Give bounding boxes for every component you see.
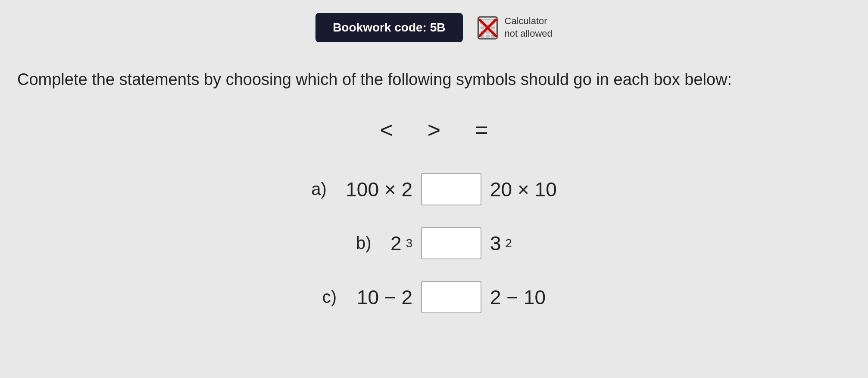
question-c-right: 2 − 10 bbox=[490, 286, 546, 309]
symbols-row: < > = bbox=[17, 117, 851, 143]
question-a-answer-box[interactable] bbox=[421, 173, 481, 205]
question-b-right: 32 bbox=[490, 232, 512, 255]
top-bar: Bookwork code: 5B bbox=[17, 13, 851, 42]
symbol-less-than[interactable]: < bbox=[380, 117, 393, 143]
question-b-answer-box[interactable] bbox=[421, 227, 481, 259]
question-c-row: c) 10 − 2 2 − 10 bbox=[322, 281, 546, 313]
calculator-not-allowed-text: Calculator not allowed bbox=[505, 15, 553, 40]
symbol-equals[interactable]: = bbox=[475, 117, 488, 143]
question-a-label: a) bbox=[311, 180, 337, 199]
question-a-row: a) 100 × 2 20 × 10 bbox=[311, 173, 557, 205]
calculator-status: Calculator not allowed bbox=[476, 15, 553, 40]
main-container: Bookwork code: 5B bbox=[0, 0, 868, 378]
question-b-label: b) bbox=[356, 233, 382, 253]
calculator-icon bbox=[476, 16, 500, 40]
question-a-right: 20 × 10 bbox=[490, 178, 557, 201]
questions-container: a) 100 × 2 20 × 10 b) 23 32 c) 10 − 2 2 … bbox=[17, 173, 851, 313]
svg-rect-2 bbox=[481, 26, 484, 29]
question-a-left: 100 × 2 bbox=[346, 178, 412, 201]
question-b-row: b) 23 32 bbox=[356, 227, 512, 259]
symbol-greater-than[interactable]: > bbox=[428, 117, 440, 143]
svg-rect-6 bbox=[486, 31, 490, 34]
svg-rect-4 bbox=[491, 26, 495, 29]
question-c-answer-box[interactable] bbox=[421, 281, 481, 313]
instructions-text: Complete the statements by choosing whic… bbox=[17, 68, 851, 91]
svg-rect-9 bbox=[486, 35, 490, 38]
question-b-left: 23 bbox=[390, 232, 412, 255]
question-c-left: 10 − 2 bbox=[357, 286, 412, 309]
question-c-label: c) bbox=[322, 287, 348, 307]
bookwork-code-button[interactable]: Bookwork code: 5B bbox=[315, 13, 462, 42]
